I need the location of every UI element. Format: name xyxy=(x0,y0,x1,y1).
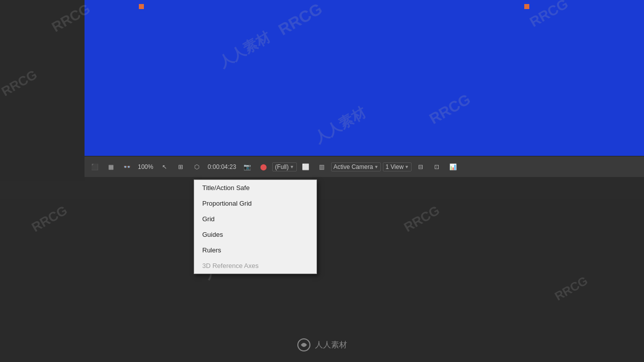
color-wheel-icon: ⬤ xyxy=(259,162,268,171)
toggle-grid-button[interactable]: ▦ xyxy=(104,161,118,173)
color-button[interactable]: ⬤ xyxy=(256,161,270,173)
alpha-icon: ⬛ xyxy=(90,162,99,171)
quality-arrow: ▼ xyxy=(290,164,294,169)
chart-button[interactable]: 📊 xyxy=(446,161,460,173)
timeline-panel: ⊕ ✦ fx ▦ ◯ ⬡ ⬡ ⊟ 🎞 🌐 xyxy=(0,199,644,362)
quality-dropdown[interactable]: (Full) ▼ xyxy=(272,162,296,171)
viewer-toolbar: ⬛ ▦ 👓 100% ↖ ⊞ ⬡ 0:00:04:23 📷 ⬤ (Full) ▼… xyxy=(85,156,644,177)
chart-icon: 📊 xyxy=(448,162,457,171)
arrow-icon: ↖ xyxy=(160,162,169,171)
composition-viewer xyxy=(85,0,644,156)
camera-label: Active Camera xyxy=(334,163,373,170)
timecode-display: 0:00:04:23 xyxy=(206,163,238,170)
comp-button[interactable]: ⬡ xyxy=(190,161,204,173)
left-panel xyxy=(0,0,85,181)
fast-preview-icon: ⬜ xyxy=(301,162,310,171)
transparency-icon: ▥ xyxy=(317,162,327,171)
view-dropdown[interactable]: 1 View ▼ xyxy=(383,162,412,171)
menu-item-grid[interactable]: Grid xyxy=(194,211,316,227)
fast-preview-button[interactable]: ⬜ xyxy=(299,161,313,173)
grid-icon: ▦ xyxy=(106,162,115,171)
output-button[interactable]: ⊡ xyxy=(430,161,444,173)
toggle-vr-button[interactable]: 👓 xyxy=(120,161,134,173)
camera-arrow: ▼ xyxy=(374,164,378,169)
view-arrow: ▼ xyxy=(405,164,409,169)
comp-icon: ⬡ xyxy=(192,162,201,171)
menu-item-3d-reference-axes: 3D Reference Axes xyxy=(194,258,316,274)
handle-top-left xyxy=(139,4,144,9)
menu-item-guides[interactable]: Guides xyxy=(194,227,316,242)
render-queue-button[interactable]: ⊟ xyxy=(414,161,428,173)
toggle-alpha-button[interactable]: ⬛ xyxy=(88,161,102,173)
menu-item-title-action-safe[interactable]: Title/Action Safe xyxy=(194,180,316,196)
handle-top-right xyxy=(524,4,529,9)
transparency-grid-button[interactable]: ▥ xyxy=(315,161,329,173)
region-button[interactable]: ⊞ xyxy=(174,161,188,173)
vr-icon: 👓 xyxy=(122,162,131,171)
menu-item-proportional-grid[interactable]: Proportional Grid xyxy=(194,196,316,211)
region-icon: ⊞ xyxy=(176,162,185,171)
view-label: 1 View xyxy=(385,163,404,170)
zoom-level: 100% xyxy=(136,163,155,170)
select-tool-button[interactable]: ↖ xyxy=(157,161,172,173)
render-icon: ⊟ xyxy=(416,162,425,171)
overlay-grid-menu: Title/Action Safe Proportional Grid Grid… xyxy=(194,179,317,274)
output-icon: ⊡ xyxy=(432,162,441,171)
camera-dropdown[interactable]: Active Camera ▼ xyxy=(331,162,381,171)
comp-canvas xyxy=(85,0,644,156)
snapshot-button[interactable]: 📷 xyxy=(240,161,254,173)
snapshot-icon: 📷 xyxy=(243,162,252,171)
menu-item-rulers[interactable]: Rulers xyxy=(194,242,316,258)
quality-label: (Full) xyxy=(275,163,288,170)
